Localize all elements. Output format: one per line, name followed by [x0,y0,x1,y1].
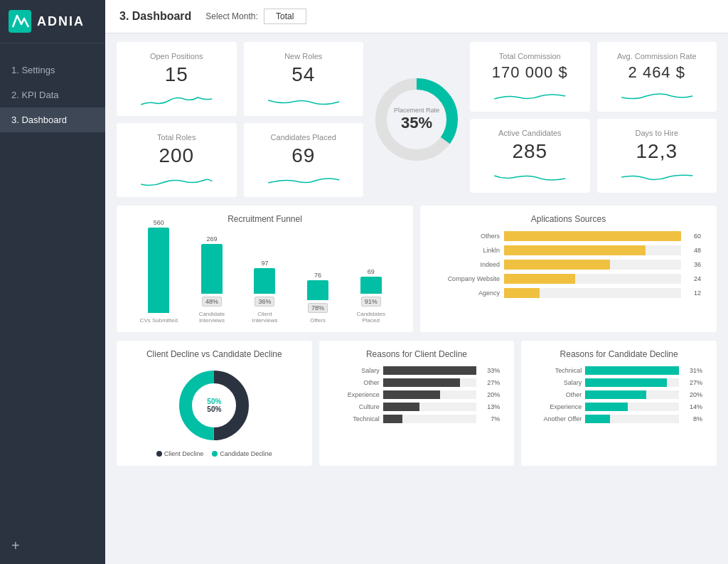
nav-items: 1. Settings 2. KPI Data 3. Dashboard [0,43,105,528]
client-decline-card: Reasons for Client Decline Salary 33% Ot… [319,341,515,466]
new-roles-sparkline [255,92,353,109]
kpi-open-positions: Open Positions 15 [117,42,237,116]
recruitment-funnel-card: Recruitment Funnel 560 CVs Submitted 269… [117,206,413,332]
content-area: Open Positions 15 Total Roles 200 [105,33,728,564]
kpi-total-commission-label: Total Commission [481,52,579,60]
kpi-active-candidates-value: 285 [481,140,579,163]
sources-title: Aplications Sources [430,214,707,224]
placement-rate-label: Placement Rate [394,107,439,114]
kpi-open-positions-value: 15 [128,63,225,86]
kpi-total-roles-value: 200 [128,144,225,167]
logo-text: ADNIA [37,14,85,29]
placement-rate-value: 35% [394,114,439,132]
sidebar-plus-button[interactable]: + [0,528,105,564]
days-to-hire-sparkline [609,169,706,186]
kpi-days-to-hire: Days to Hire 12,3 [597,119,717,193]
decline-donut-wrap: 50% 50% Client Decline Candidate Decline [127,366,302,457]
kpi-avg-commission: Avg. Commission Rate 2 464 $ [597,42,717,112]
client-decline-culture: Culture 13% [333,403,500,411]
candidate-decline-legend-dot [212,451,218,457]
decline-donut-title: Client Decline vs Candidate Decline [127,349,302,359]
kpi-candidates-placed-value: 69 [255,144,353,167]
source-indeed: Indeed 36 [436,260,701,270]
filter-area: Select Month: Total [205,9,306,24]
client-decline-experience: Experience 20% [333,390,500,399]
sources-bars: Others 60 Linkln 48 Indeed 36 [430,231,707,298]
kpi-top-area: Open Positions 15 Total Roles 200 [117,42,717,197]
sidebar-item-settings[interactable]: 1. Settings [0,58,105,83]
source-others: Others 60 [436,231,701,241]
kpi-total-commission: Total Commission 170 000 $ [470,42,590,112]
kpi-active-candidates-label: Active Candidates [481,129,579,137]
client-decline-legend-label: Client Decline [164,450,204,457]
month-select[interactable]: Total [264,9,306,24]
header: 3. Dashboard Select Month: Total [105,0,728,33]
source-company-website: Company Website 24 [436,274,701,284]
kpi-days-to-hire-value: 12,3 [609,140,706,163]
sidebar-item-kpi[interactable]: 2. KPI Data [0,83,105,107]
total-roles-sparkline [128,173,225,190]
kpi-avg-commission-label: Avg. Commission Rate [609,52,706,60]
main-content: 3. Dashboard Select Month: Total Open Po… [105,0,728,564]
candidate-decline-legend-label: Candidate Decline [220,450,272,457]
candidate-decline-bars: Technical 31% Salary 27% Other 20% [531,366,707,423]
client-decline-bars: Salary 33% Other 27% Experience 20% [329,366,505,423]
client-decline-legend-dot [156,451,162,457]
candidate-decline-card: Reasons for Candidate Decline Technical … [521,341,717,466]
open-positions-sparkline [128,92,225,109]
candidates-placed-sparkline [255,173,353,190]
funnel-bar-cvs: 560 CVs Submitted [132,219,186,324]
active-candidates-sparkline [481,169,579,186]
kpi-center-left: New Roles 54 Candidates Placed 69 [244,42,364,197]
kpi-total-roles-label: Total Roles [128,133,225,142]
sidebar: ADNIA 1. Settings 2. KPI Data 3. Dashboa… [0,0,105,564]
sources-card: Aplications Sources Others 60 Linkln 48 … [420,206,717,332]
kpi-avg-commission-value: 2 464 $ [609,63,706,82]
kpi-total-roles: Total Roles 200 [117,123,237,197]
kpi-new-roles-label: New Roles [255,52,353,60]
kpi-candidates-placed-label: Candidates Placed [255,133,353,142]
filter-label: Select Month: [205,11,257,21]
kpi-candidates-placed: Candidates Placed 69 [244,123,364,197]
kpi-new-roles: New Roles 54 [244,42,364,116]
cand-decline-another-offer: Another Offer 8% [535,415,702,423]
kpi-center-right: Total Commission 170 000 $ Active Candid… [470,42,590,197]
client-decline-other: Other 27% [333,378,500,387]
funnel-bar-placed: 69 91% Candidates Placed [344,268,397,324]
decline-donut-labels: 50% 50% [207,398,221,413]
logo-area: ADNIA [0,0,105,43]
kpi-new-roles-value: 54 [255,63,353,86]
kpi-right: Avg. Commission Rate 2 464 $ Days to Hir… [597,42,717,197]
cand-decline-experience: Experience 14% [535,403,702,411]
decline-donut-card: Client Decline vs Candidate Decline 50% [117,341,312,466]
cand-decline-technical: Technical 31% [535,366,702,375]
funnel-bar-client-interviews: 97 36% Client Interviews [238,260,291,324]
funnel-bar-candidate-interviews: 269 48% Candidate Interviews [186,235,239,324]
kpi-left: Open Positions 15 Total Roles 200 [117,42,237,197]
sidebar-item-dashboard[interactable]: 3. Dashboard [0,107,105,132]
candidate-decline-title: Reasons for Candidate Decline [531,349,707,359]
kpi-total-commission-value: 170 000 $ [481,63,579,82]
avg-commission-sparkline [609,87,706,105]
decline-legend: Client Decline Candidate Decline [156,450,272,457]
cand-decline-other: Other 20% [535,390,702,399]
placement-rate-donut: Placement Rate 35% [370,42,463,197]
client-decline-title: Reasons for Client Decline [329,349,505,359]
kpi-days-to-hire-label: Days to Hire [609,129,706,137]
logo-icon [9,10,31,33]
source-linkedin: Linkln 48 [436,245,701,255]
funnel-bars: 560 CVs Submitted 269 48% Candidate Inte… [127,231,403,324]
funnel-bar-offers: 76 78% Offers [291,272,345,324]
kpi-active-candidates: Active Candidates 285 [470,119,590,193]
client-decline-salary: Salary 33% [333,366,500,375]
decline-donut-chart: 50% 50% [175,366,253,445]
cand-decline-salary: Salary 27% [535,378,702,387]
kpi-open-positions-label: Open Positions [128,52,225,60]
bottom-row: Client Decline vs Candidate Decline 50% [117,341,717,466]
page-title: 3. Dashboard [119,10,191,23]
source-agency: Agency 12 [436,288,701,298]
client-decline-technical: Technical 7% [333,415,500,423]
total-commission-sparkline [481,87,579,105]
charts-row: Recruitment Funnel 560 CVs Submitted 269… [117,206,717,332]
kpi-section: Open Positions 15 Total Roles 200 [117,42,717,197]
